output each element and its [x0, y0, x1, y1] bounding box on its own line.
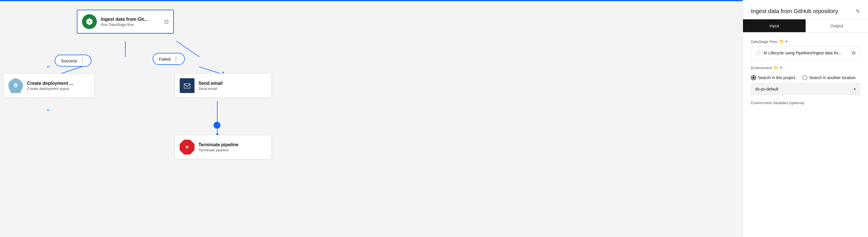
side-panel: Ingest data from GitHub repository ✎ Inp…: [743, 0, 868, 237]
ingest-node-sub: Run DataStage flow: [101, 23, 148, 27]
radio-other-outer[interactable]: [802, 75, 807, 80]
datastage-label-text: DataStage Flow: [751, 39, 777, 44]
panel-title: Ingest data from GitHub repository: [751, 8, 838, 14]
success-menu-icon[interactable]: ⋮: [80, 58, 85, 64]
svg-rect-12: [184, 83, 190, 88]
email-node-text: Send email Send email: [198, 81, 222, 91]
pipeline-canvas: Ingest data from Git... Run DataStage fl…: [0, 0, 743, 237]
panel-header: Ingest data from GitHub repository ✎: [743, 0, 868, 19]
ingest-icon: [82, 14, 97, 29]
success-label: Success: [61, 58, 77, 63]
tab-output[interactable]: Output: [806, 19, 868, 32]
terminate-node[interactable]: Terminate pipeline Terminate pipeline: [175, 135, 272, 159]
terminate-icon: [183, 143, 191, 151]
env-vars-section: Environment Variables (optional): [751, 101, 860, 105]
radio-project-text: Search in this project: [758, 75, 795, 80]
copy-icon[interactable]: ⊡: [164, 19, 168, 25]
file-row-left: 📄 AI Lifecycle using Pipelines/Ingest da…: [755, 50, 842, 56]
deploy-node[interactable]: Create deployment ... Create deployment …: [3, 73, 95, 98]
datastage-label: DataStage Flow 📁 ▾: [751, 39, 860, 44]
file-path: AI Lifecycle using Pipelines/Ingest data…: [764, 50, 842, 55]
email-node-sub: Send email: [198, 87, 222, 91]
env-dropdown-value: ds-px-default: [755, 87, 778, 91]
failed-label: Failed: [159, 57, 170, 62]
edit-icon[interactable]: ✎: [856, 8, 860, 14]
environment-label-text: Environment: [751, 66, 772, 70]
tabs-bar: Input Output: [743, 19, 868, 32]
file-row: 📄 AI Lifecycle using Pipelines/Ingest da…: [751, 46, 860, 60]
tab-input[interactable]: Input: [743, 19, 806, 32]
failed-connector[interactable]: Failed ⋮: [153, 53, 185, 65]
radio-project-label[interactable]: Search in this project: [751, 75, 795, 80]
radio-other-text: Search in another location: [809, 75, 856, 80]
env-dropdown[interactable]: ds-px-default ▾: [751, 83, 860, 95]
datastage-icon: [86, 18, 93, 26]
chevron-down-icon: ▾: [854, 87, 856, 91]
email-icon: [183, 82, 191, 90]
email-node[interactable]: Send email Send email: [175, 73, 272, 98]
chevron-dropdown-icon[interactable]: ▾: [786, 39, 787, 43]
radio-project-inner: [752, 76, 755, 79]
datastage-section: DataStage Flow 📁 ▾ 📄 AI Lifecycle using …: [751, 39, 860, 60]
ingest-node-text: Ingest data from Git... Run DataStage fl…: [101, 17, 148, 27]
ingest-node[interactable]: Ingest data from Git... Run DataStage fl…: [77, 10, 174, 34]
env-vars-label: Environment Variables (optional): [751, 101, 860, 105]
failed-menu-icon[interactable]: ⋮: [174, 56, 179, 62]
connector-svg: [0, 0, 743, 237]
terminate-icon-wrapper: [180, 140, 194, 155]
environment-label: Environment 📁 ▾: [751, 65, 860, 70]
panel-body: DataStage Flow 📁 ▾ 📄 AI Lifecycle using …: [743, 32, 868, 112]
deploy-node-sub: Create deployment space: [27, 87, 73, 91]
svg-point-11: [15, 84, 16, 86]
terminate-node-sub: Terminate pipeline: [198, 148, 238, 152]
remove-icon[interactable]: ⊖: [851, 50, 856, 56]
email-node-title: Send email: [198, 81, 222, 86]
deploy-icon-wrapper: [8, 78, 23, 93]
chevron-down-icon[interactable]: ⌄: [45, 105, 51, 113]
deploy-pentagon: [8, 78, 23, 93]
radio-other-label[interactable]: Search in another location: [802, 75, 856, 80]
folder-icon[interactable]: 📁: [779, 39, 784, 44]
environment-section: Environment 📁 ▾ Search in this project S…: [751, 65, 860, 95]
deploy-node-text: Create deployment ... Create deployment …: [27, 81, 73, 91]
env-folder-icon[interactable]: 📁: [773, 65, 778, 70]
deploy-node-title: Create deployment ...: [27, 81, 73, 86]
connector-diamond: [214, 122, 220, 129]
rocket-icon: [12, 82, 20, 90]
ingest-node-title: Ingest data from Git...: [101, 17, 148, 22]
terminate-node-text: Terminate pipeline Terminate pipeline: [198, 142, 238, 152]
top-bar: [0, 0, 743, 1]
file-icon: 📄: [755, 50, 761, 56]
radio-group: Search in this project Search in another…: [751, 75, 860, 80]
email-icon-wrapper: [180, 78, 194, 93]
svg-rect-10: [89, 21, 90, 22]
terminate-node-title: Terminate pipeline: [198, 142, 238, 147]
env-chevron-icon[interactable]: ▾: [780, 66, 782, 70]
chevron-up-icon[interactable]: ⌃: [45, 65, 51, 72]
radio-project-outer[interactable]: [751, 75, 756, 80]
success-connector[interactable]: Success ⋮: [55, 55, 91, 67]
